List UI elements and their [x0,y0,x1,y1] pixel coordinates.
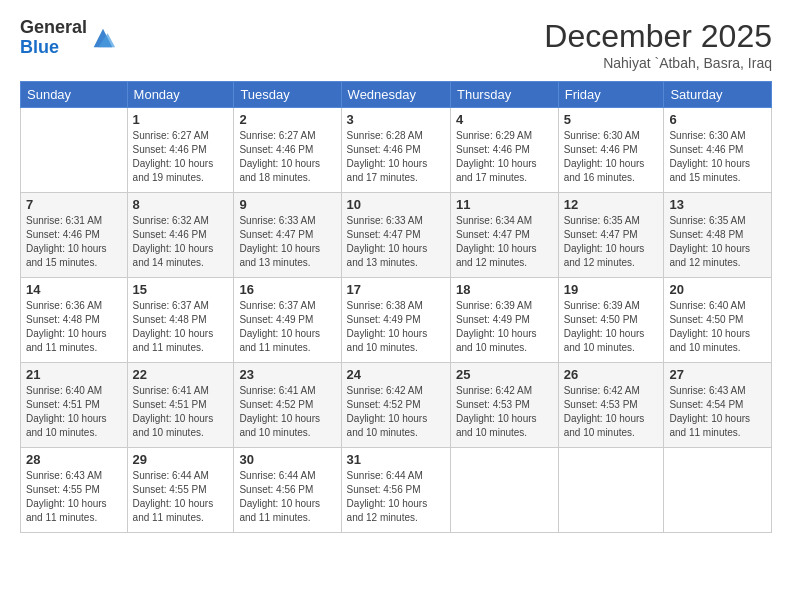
table-row: 9Sunrise: 6:33 AM Sunset: 4:47 PM Daylig… [234,193,341,278]
table-row: 4Sunrise: 6:29 AM Sunset: 4:46 PM Daylig… [450,108,558,193]
day-info: Sunrise: 6:42 AM Sunset: 4:52 PM Dayligh… [347,384,445,440]
day-info: Sunrise: 6:42 AM Sunset: 4:53 PM Dayligh… [456,384,553,440]
table-row: 5Sunrise: 6:30 AM Sunset: 4:46 PM Daylig… [558,108,664,193]
day-number: 8 [133,197,229,212]
col-tuesday: Tuesday [234,82,341,108]
table-row: 26Sunrise: 6:42 AM Sunset: 4:53 PM Dayli… [558,363,664,448]
calendar-week-row: 1Sunrise: 6:27 AM Sunset: 4:46 PM Daylig… [21,108,772,193]
calendar-week-row: 21Sunrise: 6:40 AM Sunset: 4:51 PM Dayli… [21,363,772,448]
day-info: Sunrise: 6:44 AM Sunset: 4:56 PM Dayligh… [347,469,445,525]
col-saturday: Saturday [664,82,772,108]
table-row: 21Sunrise: 6:40 AM Sunset: 4:51 PM Dayli… [21,363,128,448]
day-info: Sunrise: 6:39 AM Sunset: 4:50 PM Dayligh… [564,299,659,355]
day-info: Sunrise: 6:39 AM Sunset: 4:49 PM Dayligh… [456,299,553,355]
day-info: Sunrise: 6:30 AM Sunset: 4:46 PM Dayligh… [669,129,766,185]
day-number: 2 [239,112,335,127]
table-row: 28Sunrise: 6:43 AM Sunset: 4:55 PM Dayli… [21,448,128,533]
day-number: 12 [564,197,659,212]
day-number: 27 [669,367,766,382]
day-info: Sunrise: 6:28 AM Sunset: 4:46 PM Dayligh… [347,129,445,185]
table-row: 15Sunrise: 6:37 AM Sunset: 4:48 PM Dayli… [127,278,234,363]
day-number: 6 [669,112,766,127]
calendar-week-row: 7Sunrise: 6:31 AM Sunset: 4:46 PM Daylig… [21,193,772,278]
day-info: Sunrise: 6:27 AM Sunset: 4:46 PM Dayligh… [239,129,335,185]
table-row: 11Sunrise: 6:34 AM Sunset: 4:47 PM Dayli… [450,193,558,278]
day-number: 15 [133,282,229,297]
day-number: 17 [347,282,445,297]
day-info: Sunrise: 6:43 AM Sunset: 4:55 PM Dayligh… [26,469,122,525]
day-number: 23 [239,367,335,382]
day-info: Sunrise: 6:41 AM Sunset: 4:51 PM Dayligh… [133,384,229,440]
table-row: 23Sunrise: 6:41 AM Sunset: 4:52 PM Dayli… [234,363,341,448]
table-row: 31Sunrise: 6:44 AM Sunset: 4:56 PM Dayli… [341,448,450,533]
day-info: Sunrise: 6:40 AM Sunset: 4:50 PM Dayligh… [669,299,766,355]
table-row: 14Sunrise: 6:36 AM Sunset: 4:48 PM Dayli… [21,278,128,363]
table-row: 27Sunrise: 6:43 AM Sunset: 4:54 PM Dayli… [664,363,772,448]
day-number: 18 [456,282,553,297]
day-info: Sunrise: 6:40 AM Sunset: 4:51 PM Dayligh… [26,384,122,440]
logo-text: General Blue [20,18,87,58]
day-number: 1 [133,112,229,127]
page: General Blue December 2025 Nahiyat `Atba… [0,0,792,612]
table-row: 22Sunrise: 6:41 AM Sunset: 4:51 PM Dayli… [127,363,234,448]
table-row: 18Sunrise: 6:39 AM Sunset: 4:49 PM Dayli… [450,278,558,363]
day-number: 4 [456,112,553,127]
day-number: 7 [26,197,122,212]
day-info: Sunrise: 6:34 AM Sunset: 4:47 PM Dayligh… [456,214,553,270]
table-row [558,448,664,533]
day-info: Sunrise: 6:44 AM Sunset: 4:56 PM Dayligh… [239,469,335,525]
logo: General Blue [20,18,117,58]
day-info: Sunrise: 6:35 AM Sunset: 4:47 PM Dayligh… [564,214,659,270]
table-row: 10Sunrise: 6:33 AM Sunset: 4:47 PM Dayli… [341,193,450,278]
calendar-week-row: 28Sunrise: 6:43 AM Sunset: 4:55 PM Dayli… [21,448,772,533]
table-row: 25Sunrise: 6:42 AM Sunset: 4:53 PM Dayli… [450,363,558,448]
table-row: 8Sunrise: 6:32 AM Sunset: 4:46 PM Daylig… [127,193,234,278]
calendar-week-row: 14Sunrise: 6:36 AM Sunset: 4:48 PM Dayli… [21,278,772,363]
day-number: 13 [669,197,766,212]
day-number: 30 [239,452,335,467]
day-info: Sunrise: 6:36 AM Sunset: 4:48 PM Dayligh… [26,299,122,355]
col-sunday: Sunday [21,82,128,108]
logo-general: General [20,18,87,38]
day-number: 10 [347,197,445,212]
calendar: Sunday Monday Tuesday Wednesday Thursday… [20,81,772,533]
day-info: Sunrise: 6:35 AM Sunset: 4:48 PM Dayligh… [669,214,766,270]
logo-blue: Blue [20,38,87,58]
day-info: Sunrise: 6:41 AM Sunset: 4:52 PM Dayligh… [239,384,335,440]
table-row: 30Sunrise: 6:44 AM Sunset: 4:56 PM Dayli… [234,448,341,533]
logo-icon [89,24,117,52]
header: General Blue December 2025 Nahiyat `Atba… [20,18,772,71]
table-row: 6Sunrise: 6:30 AM Sunset: 4:46 PM Daylig… [664,108,772,193]
day-number: 31 [347,452,445,467]
day-info: Sunrise: 6:38 AM Sunset: 4:49 PM Dayligh… [347,299,445,355]
day-info: Sunrise: 6:44 AM Sunset: 4:55 PM Dayligh… [133,469,229,525]
table-row: 3Sunrise: 6:28 AM Sunset: 4:46 PM Daylig… [341,108,450,193]
day-number: 25 [456,367,553,382]
day-info: Sunrise: 6:37 AM Sunset: 4:49 PM Dayligh… [239,299,335,355]
location: Nahiyat `Atbah, Basra, Iraq [544,55,772,71]
table-row: 12Sunrise: 6:35 AM Sunset: 4:47 PM Dayli… [558,193,664,278]
day-info: Sunrise: 6:37 AM Sunset: 4:48 PM Dayligh… [133,299,229,355]
calendar-header-row: Sunday Monday Tuesday Wednesday Thursday… [21,82,772,108]
col-friday: Friday [558,82,664,108]
day-number: 28 [26,452,122,467]
day-info: Sunrise: 6:33 AM Sunset: 4:47 PM Dayligh… [347,214,445,270]
day-number: 11 [456,197,553,212]
table-row: 17Sunrise: 6:38 AM Sunset: 4:49 PM Dayli… [341,278,450,363]
day-info: Sunrise: 6:32 AM Sunset: 4:46 PM Dayligh… [133,214,229,270]
table-row [21,108,128,193]
day-number: 21 [26,367,122,382]
table-row: 24Sunrise: 6:42 AM Sunset: 4:52 PM Dayli… [341,363,450,448]
day-number: 19 [564,282,659,297]
table-row [450,448,558,533]
day-info: Sunrise: 6:29 AM Sunset: 4:46 PM Dayligh… [456,129,553,185]
day-info: Sunrise: 6:31 AM Sunset: 4:46 PM Dayligh… [26,214,122,270]
day-number: 26 [564,367,659,382]
table-row: 13Sunrise: 6:35 AM Sunset: 4:48 PM Dayli… [664,193,772,278]
day-info: Sunrise: 6:33 AM Sunset: 4:47 PM Dayligh… [239,214,335,270]
day-info: Sunrise: 6:27 AM Sunset: 4:46 PM Dayligh… [133,129,229,185]
table-row: 2Sunrise: 6:27 AM Sunset: 4:46 PM Daylig… [234,108,341,193]
day-number: 20 [669,282,766,297]
day-number: 9 [239,197,335,212]
day-number: 3 [347,112,445,127]
